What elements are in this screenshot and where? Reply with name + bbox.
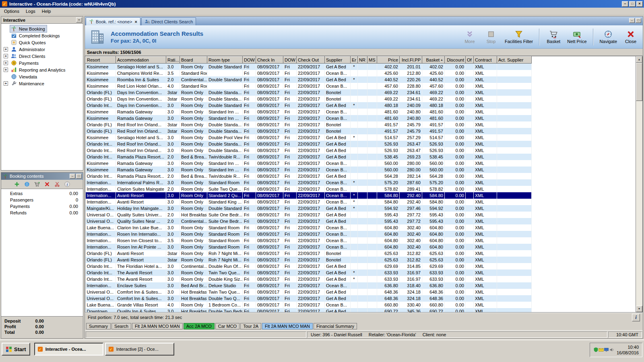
- basket-button[interactable]: Basket: [545, 30, 562, 44]
- table-row[interactable]: Orlando Int...The Floridian Hotel a...3.…: [86, 263, 532, 269]
- volume-icon[interactable]: [609, 347, 614, 352]
- table-row[interactable]: Orlando Int...Red Roof Inn Orland...3.0R…: [86, 141, 532, 147]
- table-row[interactable]: Universal O...Quality Suites Univer...2.…: [86, 212, 532, 218]
- table-row[interactable]: KissimmeeRamada Gateway3.0Room OnlyStand…: [86, 160, 532, 167]
- sidebar-item-completed-bookings[interactable]: Completed Bookings: [1, 32, 83, 39]
- display-icon[interactable]: [604, 347, 609, 352]
- add-button[interactable]: [14, 181, 21, 188]
- booking-contents-row[interactable]: Extras0.00: [1, 190, 83, 197]
- table-row[interactable]: Internation...Rosen Inn Closest to...3.5…: [86, 237, 532, 244]
- bottom-tab-acc-2a-mco[interactable]: Acc 2A MCO: [184, 323, 215, 329]
- navigate-button[interactable]: Navigate: [599, 30, 618, 44]
- booking-contents-row[interactable]: Passengers0: [1, 197, 83, 203]
- booking-contents-row[interactable]: Refunds0.00: [1, 210, 83, 216]
- table-row[interactable]: Maingate/Ki...Holiday Inn Maingate...3.0…: [86, 205, 532, 212]
- start-button[interactable]: Start: [2, 343, 30, 356]
- booking-contents-minimize-button[interactable]: [70, 174, 75, 179]
- table-row[interactable]: Lake Buena...Clarion Inn Lake Bue...3.0R…: [86, 224, 532, 231]
- menu-item-options[interactable]: Options: [1, 8, 23, 14]
- column-header-act-supplier[interactable]: Act. Supplier: [497, 57, 532, 64]
- world-button[interactable]: [24, 181, 31, 188]
- table-row-selected[interactable]: Internation...Avanti Resort3.0Room OnlyS…: [86, 192, 532, 199]
- shield-icon[interactable]: [593, 347, 599, 352]
- column-header-accommodation[interactable]: Accommodation: [116, 57, 166, 64]
- cut-button[interactable]: [54, 181, 61, 188]
- more-button[interactable]: More: [461, 30, 479, 44]
- expand-icon[interactable]: [4, 54, 8, 58]
- table-row[interactable]: Internation...International Palms R...3.…: [86, 179, 532, 186]
- table-row[interactable]: KissimmeeRamada Gateway3.0Room OnlyStand…: [86, 109, 532, 115]
- column-header-board[interactable]: Board: [180, 57, 207, 64]
- document-minimize-button[interactable]: [629, 18, 635, 23]
- table-row[interactable]: Downtown ...Quality Inn & Suites ...3.0H…: [86, 308, 532, 313]
- menu-item-logs[interactable]: Logs: [23, 8, 39, 14]
- table-row[interactable]: Orlando Int...The Avanti Resort3.0Room O…: [86, 276, 532, 282]
- info-button[interactable]: i: [64, 181, 71, 188]
- expand-icon[interactable]: [4, 47, 8, 51]
- column-header-resort[interactable]: Resort: [86, 57, 116, 64]
- column-header-ms[interactable]: MS: [367, 57, 377, 64]
- close-button[interactable]: Close: [622, 30, 640, 44]
- column-header-discount[interactable]: Discount: [445, 57, 466, 64]
- sidebar-collapse-button[interactable]: [76, 17, 82, 23]
- table-row[interactable]: Orlando (FL)Days Inn Convention...3starR…: [86, 96, 532, 102]
- column-header-contract[interactable]: Contract: [474, 57, 497, 64]
- bottom-tab-search[interactable]: Search: [111, 323, 131, 329]
- sidebar-item-reporting-and-analytics[interactable]: Reporting and Analytics: [1, 66, 83, 73]
- column-header-rati[interactable]: Rati...: [166, 57, 180, 64]
- table-row[interactable]: Orlando Int...Red Roof Inn Orland...3.0R…: [86, 147, 532, 154]
- booking-contents-restore-button[interactable]: [76, 174, 82, 179]
- table-row[interactable]: Orlando (FL)Red Roof Inn Orland...3starR…: [86, 121, 532, 128]
- column-header-incl-fl-pp[interactable]: Incl.Fl.PP: [400, 57, 422, 64]
- column-header-dow[interactable]: DOW: [283, 57, 297, 64]
- table-row[interactable]: Internation...Avanti Resort3.0Room OnlyS…: [86, 199, 532, 205]
- sidebar-item-direct-clients[interactable]: Direct Clients: [1, 53, 83, 60]
- bottom-tab-car-mco[interactable]: Car MCO: [215, 323, 239, 329]
- expand-icon[interactable]: [4, 81, 8, 86]
- table-row[interactable]: Orlando (FL)Days Inn Convention...3starR…: [86, 89, 532, 96]
- sidebar-item-maintenance[interactable]: Maintenance: [1, 80, 83, 87]
- bottom-tab-tour-2a[interactable]: Tour 2A: [240, 323, 261, 329]
- tab-direct-clients-search[interactable]: Direct Clients Search: [141, 17, 196, 25]
- table-row[interactable]: Orlando Int...Ramada Plaza Resort...2.0B…: [86, 173, 532, 179]
- info-button[interactable]: [632, 314, 640, 321]
- table-row[interactable]: KissimmeeRed Lion Hotel Orlan...4.0Stand…: [86, 83, 532, 89]
- table-row[interactable]: Internation...Clarion Suites Maingate2.0…: [86, 186, 532, 192]
- column-header-of[interactable]: Of: [466, 57, 474, 64]
- sidebar-item-new-booking[interactable]: New Booking: [1, 25, 83, 32]
- table-row[interactable]: Orlando (FL)Avanti Resort3starRoom OnlyR…: [86, 257, 532, 263]
- column-header-room-type[interactable]: Room type: [207, 57, 243, 64]
- facilities-filter-button[interactable]: Facilities Filter: [504, 30, 534, 44]
- close-button[interactable]: [636, 1, 643, 7]
- nett-price-button[interactable]: Nett Price: [566, 30, 588, 44]
- table-row[interactable]: Orlando (FL)Red Roof Inn Orland...3starR…: [86, 128, 532, 134]
- table-row[interactable]: Lake Buena...Grande Villas Resort4.0Room…: [86, 302, 532, 308]
- table-row[interactable]: KissimmeeRoomba Inn & Suites2.0Continent…: [86, 76, 532, 83]
- taskbar-task-1[interactable]: Interactive - Ocea...: [34, 343, 103, 356]
- table-row[interactable]: Orlando (FL)Avanti Resort3starRoom OnlyR…: [86, 250, 532, 257]
- delete-button[interactable]: [44, 181, 51, 188]
- table-row[interactable]: Internation...Rosen Inn At Pointe ...3.0…: [86, 244, 532, 250]
- column-header-supplier[interactable]: Supplier: [325, 57, 351, 64]
- table-row[interactable]: Orlando Int...Ramada Plaza Resort...2.0B…: [86, 154, 532, 160]
- minimize-button[interactable]: [622, 1, 628, 7]
- vertical-scrollbar[interactable]: [636, 56, 642, 312]
- sidebar-item-payments[interactable]: $Payments: [1, 60, 83, 66]
- booking-contents-row[interactable]: Payments0.00: [1, 203, 83, 210]
- tab-book-ref-none[interactable]: Book. ref.: <none>: [86, 17, 140, 25]
- column-header-price[interactable]: Price: [377, 57, 400, 64]
- table-row[interactable]: Orlando Int...The Avanti Resort3.0Room O…: [86, 269, 532, 276]
- document-restore-button[interactable]: [636, 18, 641, 23]
- bottom-tab-flt-2a-man-mco-man[interactable]: Flt 2A MAN MCO MAN: [262, 323, 313, 329]
- scrollbar-thumb[interactable]: [636, 63, 642, 101]
- table-row[interactable]: Universal O...Comfort Inn & Suites...3.0…: [86, 295, 532, 302]
- bottom-tab-flt-2a-man-mco-man[interactable]: Flt 2A MAN MCO MAN: [132, 323, 183, 329]
- table-row[interactable]: Internation...Rosen Inn Internatio...3.0…: [86, 231, 532, 237]
- sidebar-item-quick-quotes[interactable]: Quick Quotes: [1, 39, 83, 46]
- table-row[interactable]: KissimmeeRamada Gateway3.0Room OnlyStand…: [86, 167, 532, 173]
- sidebar-item-viewdata[interactable]: Viewdata: [1, 73, 83, 80]
- table-row[interactable]: Universal O...Quality Suites Near ...2.0…: [86, 218, 532, 224]
- column-header-basket[interactable]: Basket: [422, 57, 445, 64]
- table-row[interactable]: KissimmeeChampions World Re...3.5Standar…: [86, 70, 532, 76]
- column-header-dow[interactable]: DOW: [243, 57, 256, 64]
